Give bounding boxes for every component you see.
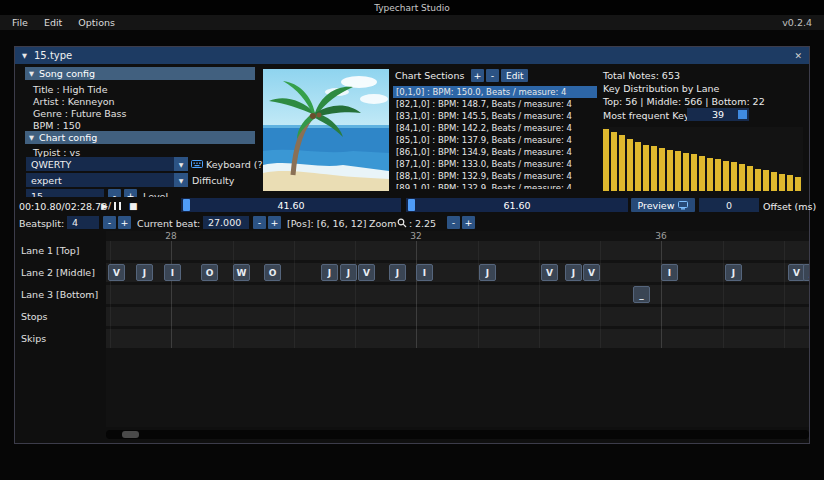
beatsplit-increment-button[interactable]: +: [118, 216, 131, 229]
config-panel: ▼ Song config Title : High TideArtist : …: [25, 67, 267, 197]
difficulty-label: Difficulty: [192, 175, 234, 186]
grid-line: [110, 241, 111, 348]
zoom-decrement-button[interactable]: -: [447, 216, 460, 229]
beatsplit-input[interactable]: 4: [67, 216, 99, 229]
note-block[interactable]: J: [803, 264, 809, 281]
difficulty-select[interactable]: expert ▼: [26, 173, 188, 187]
offset-value: 0: [726, 200, 732, 211]
magnifier-icon: [397, 218, 407, 228]
chart-section-row[interactable]: [87,1,0] : BPM: 133.0, Beats / measure: …: [393, 158, 597, 170]
current-beat-label: Current beat:: [137, 218, 200, 229]
chevron-down-icon: ▼: [174, 173, 188, 187]
histogram-bar: [627, 139, 633, 191]
position-readout: [Pos]: [6, 16, 12]: [287, 218, 367, 229]
offset-input[interactable]: 0: [699, 198, 759, 212]
note-block[interactable]: J: [479, 264, 496, 281]
chart-section-row[interactable]: [89,1,0] : BPM: 132.9, Beats / measure: …: [393, 182, 597, 189]
play-pause-button[interactable]: ▶/: [101, 199, 121, 212]
song-config-fields: Title : High TideArtist : KenneyonGenre …: [25, 83, 255, 131]
histogram-bar: [635, 142, 641, 191]
song-config-title: Song config: [39, 68, 95, 79]
add-section-button[interactable]: +: [471, 69, 484, 82]
note-block[interactable]: J: [136, 264, 153, 281]
histogram-bar: [699, 156, 705, 191]
histogram-bar: [771, 172, 777, 191]
current-beat-value: 27.000: [208, 217, 241, 228]
chart-section-row[interactable]: [82,1,0] : BPM: 148.7, Beats / measure: …: [393, 98, 597, 110]
note-block[interactable]: J: [321, 264, 338, 281]
song-config-header[interactable]: ▼ Song config: [25, 67, 255, 80]
note-block[interactable]: J: [725, 264, 742, 281]
pause-bar-icon: [114, 202, 116, 210]
lane-label: Lane 2 [Middle]: [21, 267, 95, 278]
scrollbar-grab[interactable]: [122, 431, 139, 438]
note-block[interactable]: J: [389, 264, 406, 281]
distribution-values: Top: 56 | Middle: 566 | Bottom: 22: [603, 96, 765, 107]
zoom-colon: :: [409, 218, 412, 229]
remove-section-button[interactable]: -: [486, 69, 499, 82]
tree-arrow-icon: ▼: [29, 70, 34, 78]
menu-item[interactable]: File: [12, 17, 28, 28]
level-increment-button[interactable]: +: [124, 189, 137, 197]
stop-button[interactable]: ■: [129, 199, 138, 212]
volume-slider[interactable]: 61.60: [406, 198, 628, 212]
preview-screen-icon: [678, 201, 688, 210]
chart-section-row[interactable]: [84,1,0] : BPM: 142.2, Beats / measure: …: [393, 122, 597, 134]
collapse-arrow-icon[interactable]: ▼: [22, 52, 27, 60]
current-beat-input[interactable]: 27.000: [203, 216, 249, 229]
histogram-bar: [739, 164, 745, 191]
keyboard-label: Keyboard (?): [206, 159, 266, 170]
note-block[interactable]: _: [633, 286, 650, 303]
timeline-scrollbar[interactable]: [106, 430, 809, 439]
zoom-increment-button[interactable]: +: [462, 216, 475, 229]
note-block[interactable]: J: [565, 264, 582, 281]
timeline-grid: [106, 231, 809, 427]
seek-slider[interactable]: 41.60: [181, 198, 401, 212]
time-display: 00:10.80/02:28.73: [19, 201, 107, 212]
version-label: v0.2.4: [782, 17, 812, 28]
zoom-label: Zoom: [369, 218, 396, 229]
note-block[interactable]: O: [264, 264, 281, 281]
note-block[interactable]: I: [416, 264, 433, 281]
beatsplit-decrement-button[interactable]: -: [103, 216, 116, 229]
note-block[interactable]: V: [108, 264, 125, 281]
note-block[interactable]: V: [358, 264, 375, 281]
chart-section-row[interactable]: [88,1,0] : BPM: 132.9, Beats / measure: …: [393, 170, 597, 182]
chart-section-row[interactable]: [83,1,0] : BPM: 145.5, Beats / measure: …: [393, 110, 597, 122]
most-frequent-value-box[interactable]: 39: [687, 108, 749, 121]
close-icon[interactable]: ✕: [794, 51, 802, 61]
keyboard-select[interactable]: QWERTY ▼: [26, 157, 188, 171]
preview-button[interactable]: Preview: [631, 198, 695, 212]
window-titlebar[interactable]: ▼ 15.type ✕: [15, 47, 809, 64]
level-label: Level: [143, 191, 168, 197]
note-block[interactable]: I: [661, 264, 678, 281]
histogram-bar: [747, 166, 753, 191]
note-block[interactable]: V: [541, 264, 558, 281]
chart-config-header[interactable]: ▼ Chart config: [25, 131, 255, 144]
chart-config-title: Chart config: [39, 132, 97, 143]
histogram-bar: [715, 159, 721, 191]
menu-item[interactable]: Edit: [44, 17, 62, 28]
current-beat-increment-button[interactable]: +: [268, 216, 281, 229]
note-block[interactable]: V: [583, 264, 600, 281]
song-config-field: Genre : Future Bass: [25, 107, 255, 119]
note-block[interactable]: O: [201, 264, 218, 281]
note-block[interactable]: J: [340, 264, 357, 281]
edit-section-button[interactable]: Edit: [501, 69, 528, 82]
note-block[interactable]: I: [164, 264, 181, 281]
current-beat-decrement-button[interactable]: -: [253, 216, 266, 229]
timeline-panel[interactable]: 28 32 36 V J I O W O: [106, 231, 809, 427]
chart-sections-list: [0,1,0] : BPM: 150.0, Beats / measure: 4…: [393, 86, 597, 189]
total-notes: Total Notes: 653: [603, 70, 680, 81]
note-block[interactable]: W: [233, 264, 250, 281]
chart-section-row[interactable]: [0,1,0] : BPM: 150.0, Beats / measure: 4: [393, 86, 597, 98]
histogram-bar: [675, 151, 681, 191]
chart-section-row[interactable]: [86,1,0] : BPM: 134.9, Beats / measure: …: [393, 146, 597, 158]
grid-line: [233, 241, 234, 348]
level-input[interactable]: 15: [26, 189, 104, 197]
menu-item[interactable]: Options: [78, 17, 115, 28]
seek-slider-value: 41.60: [181, 198, 401, 212]
level-decrement-button[interactable]: -: [108, 189, 121, 197]
grid-line: [355, 241, 356, 348]
chart-section-row[interactable]: [85,1,0] : BPM: 137.9, Beats / measure: …: [393, 134, 597, 146]
